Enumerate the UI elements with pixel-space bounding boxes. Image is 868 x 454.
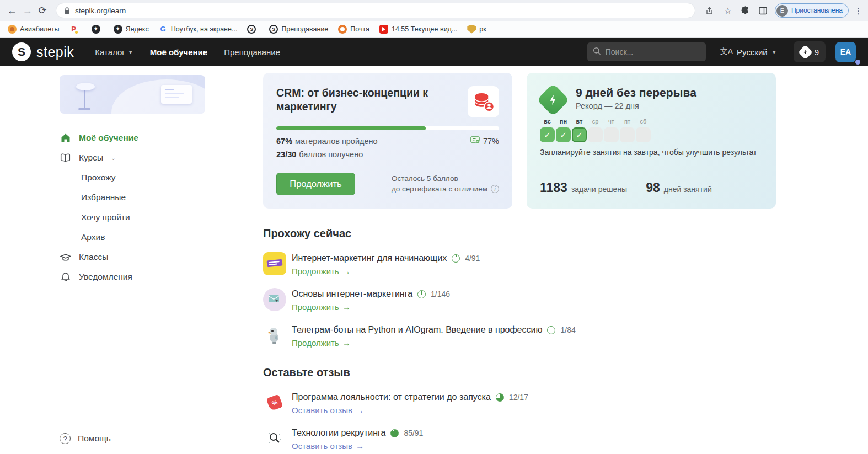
main-content: CRM: от бизнес-концепции к маркетингу	[212, 66, 868, 454]
envelope-course-icon[interactable]	[263, 288, 286, 311]
chevron-down-icon: ▼	[771, 49, 777, 55]
language-selector[interactable]: 文A Русский ▼	[720, 47, 777, 57]
section-title-leave-review: Оставьте отзыв	[263, 366, 868, 379]
continue-link[interactable]: Продолжить→	[292, 266, 480, 276]
header-streak-counter[interactable]: 9	[794, 41, 826, 62]
streak-day: чт	[604, 118, 619, 142]
arrow-right-icon: →	[342, 338, 351, 348]
sidebar-item-courses[interactable]: Курсы ⌄	[60, 148, 204, 168]
continue-link[interactable]: Продолжить→	[292, 302, 450, 312]
bookmark-item[interactable]: P	[69, 25, 82, 34]
course-row: % Программа лояльности: от стратегии до …	[263, 391, 868, 415]
bookmark-item[interactable]: Авиабилеты	[8, 25, 60, 34]
user-avatar[interactable]: EA	[835, 42, 856, 62]
side-panel-icon[interactable]	[757, 4, 769, 17]
course-row: Интернет-маркетинг для начинающих 4/91 П…	[263, 252, 868, 276]
checkmark-icon: ✓	[572, 127, 587, 142]
sidebar-item-classes[interactable]: Классы	[60, 247, 204, 267]
course-progress: 85/91	[404, 429, 423, 437]
streak-day-today: вт✓	[572, 118, 587, 142]
browser-menu-icon[interactable]: ⋮	[854, 7, 862, 15]
continue-button[interactable]: Продолжить	[276, 173, 355, 195]
sidebar-item-wishlist[interactable]: Хочу пройти	[60, 207, 204, 227]
nav-my-learning[interactable]: Моё обучение	[150, 47, 207, 57]
bookmark-item[interactable]: рк	[467, 25, 486, 34]
mail-ring-icon	[338, 25, 347, 34]
p-favicon-icon: P	[69, 25, 78, 34]
info-icon[interactable]: i	[491, 185, 499, 193]
checkmark-icon: ✓	[556, 127, 571, 142]
search-box[interactable]	[587, 42, 706, 61]
arrow-right-icon: →	[342, 266, 351, 276]
bookmark-item[interactable]: ✦Яндекс	[114, 25, 149, 34]
home-icon	[60, 133, 71, 143]
stepik-logo[interactable]: S stepik	[12, 42, 74, 61]
sidebar-item-favorites[interactable]: Избранные	[60, 188, 204, 207]
stepik-logo-icon: S	[12, 42, 31, 61]
course-progress-fill	[276, 126, 426, 130]
translate-icon: 文A	[720, 47, 733, 57]
stepik-ring-icon: S	[247, 25, 256, 34]
bookmark-item[interactable]: ✦	[92, 25, 104, 34]
sidebar-item-in-progress[interactable]: Прохожу	[60, 168, 204, 188]
share-icon[interactable]	[704, 4, 716, 17]
search-icon	[593, 47, 601, 57]
course-title[interactable]: Технологии рекрутинга	[292, 428, 385, 438]
browser-profile-chip[interactable]: E Приостановлена	[775, 3, 849, 18]
crm-course-title[interactable]: CRM: от бизнес-концепции к маркетингу	[276, 86, 447, 117]
browser-toolbar: ← → ⟳ stepik.org/learn ☆ E Приостановлен…	[0, 0, 868, 21]
forward-button[interactable]: →	[21, 3, 34, 18]
course-row: Технологии рекрутинга 85/91 Оставить отз…	[263, 427, 868, 451]
streak-title: 9 дней без перерыва	[576, 86, 696, 99]
sidebar-item-archive[interactable]: Архив	[60, 227, 204, 247]
progress-pie-icon	[390, 429, 399, 437]
sidebar-item-my-learning[interactable]: Моё обучение	[60, 128, 204, 148]
nav-teaching[interactable]: Преподавание	[224, 47, 280, 57]
search-input[interactable]	[606, 47, 700, 56]
bookmark-item[interactable]: 14:55 Текущее вид...	[379, 25, 457, 34]
course-progress: 1/146	[431, 290, 450, 298]
magnifier-course-icon[interactable]	[263, 427, 286, 450]
section-title-in-progress: Прохожу сейчас	[263, 227, 868, 240]
back-button[interactable]: ←	[6, 3, 19, 18]
graduation-cap-icon	[60, 253, 71, 261]
course-title[interactable]: Программа лояльности: от стратегии до за…	[292, 392, 491, 402]
marketing-course-icon[interactable]	[263, 252, 286, 275]
checkmark-icon: ✓	[540, 127, 555, 142]
certificate-icon	[470, 136, 480, 146]
profile-status: Приостановлена	[791, 7, 843, 14]
bell-icon	[60, 272, 71, 282]
bookmark-item[interactable]: SПреподавание	[269, 25, 328, 34]
extensions-icon[interactable]	[740, 4, 752, 17]
course-progress: 1/84	[560, 325, 575, 334]
study-days-stat: 98дней занятий	[646, 180, 712, 195]
arrow-right-icon: →	[342, 302, 351, 312]
course-progress: 12/17	[509, 393, 528, 402]
leave-review-link[interactable]: Оставить отзыв→	[292, 441, 423, 451]
bookmark-item[interactable]: S	[247, 25, 259, 34]
tag-course-icon[interactable]: %	[263, 391, 286, 414]
bookmark-item[interactable]: Почта	[338, 25, 369, 34]
bookmark-item[interactable]: GНоутбук, на экране...	[159, 25, 238, 34]
nav-catalog[interactable]: Каталог▼	[95, 47, 133, 57]
sidebar-illustration	[60, 75, 205, 114]
lightning-icon	[798, 45, 813, 60]
chevron-down-icon: ⌄	[111, 155, 115, 161]
streak-week: вс✓ пн✓ вт✓ ср чт пт сб	[540, 118, 763, 142]
course-title[interactable]: Основы интернет-маркетинга	[292, 289, 412, 299]
address-bar[interactable]: stepik.org/learn	[56, 3, 695, 18]
progress-pie-icon	[417, 290, 426, 298]
parrot-course-icon[interactable]	[263, 324, 286, 347]
reload-button[interactable]: ⟳	[36, 3, 49, 18]
arrow-right-icon: →	[356, 405, 364, 415]
notification-dot	[855, 60, 860, 65]
streak-day: ср	[588, 118, 603, 142]
points-value: 23/30	[276, 150, 296, 159]
sidebar-item-help[interactable]: ? Помощь	[60, 433, 204, 444]
course-title[interactable]: Интернет-маркетинг для начинающих	[292, 253, 447, 263]
continue-link[interactable]: Продолжить→	[292, 338, 576, 348]
sidebar-item-notifications[interactable]: Уведомления	[60, 267, 204, 287]
course-title[interactable]: Телеграм-боты на Python и AIOgram. Введе…	[292, 325, 542, 335]
leave-review-link[interactable]: Оставить отзыв→	[292, 405, 528, 415]
bookmark-star-icon[interactable]: ☆	[722, 4, 734, 17]
